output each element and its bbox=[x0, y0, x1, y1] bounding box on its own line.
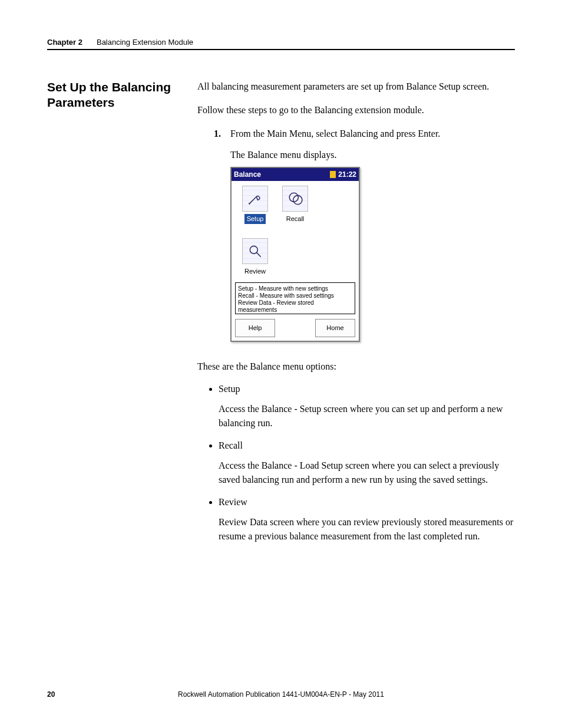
step-1: 1. From the Main Menu, select Balancing … bbox=[214, 127, 515, 141]
device-icon-setup[interactable]: Setup bbox=[235, 186, 275, 230]
options-list: Setup Access the Balance - Setup screen … bbox=[219, 382, 515, 543]
setup-icon bbox=[242, 186, 268, 212]
status-line: Recall - Measure with saved settings bbox=[238, 292, 352, 299]
help-button[interactable]: Help bbox=[235, 319, 275, 337]
option-name: Review bbox=[219, 495, 515, 509]
device-title-text: Balance bbox=[234, 169, 261, 180]
intro-para-2: Follow these steps to go to the Balancin… bbox=[197, 103, 515, 117]
device-icon-label: Recall bbox=[286, 215, 305, 222]
status-line: Setup - Measure with new settings bbox=[238, 285, 352, 292]
option-name: Recall bbox=[219, 439, 515, 453]
option-desc: Access the Balance - Setup screen where … bbox=[219, 402, 515, 430]
list-item: Recall Access the Balance - Load Setup s… bbox=[219, 439, 515, 487]
publication-line: Rockwell Automation Publication 1441-UM0… bbox=[82, 690, 480, 699]
option-name: Setup bbox=[219, 382, 515, 396]
list-item: Review Review Data screen where you can … bbox=[219, 495, 515, 543]
option-desc: Review Data screen where you can review … bbox=[219, 515, 515, 543]
device-clock: 21:22 bbox=[330, 169, 356, 180]
chapter-title: Balancing Extension Module bbox=[97, 38, 193, 47]
running-header: Chapter 2 Balancing Extension Module bbox=[47, 38, 515, 47]
device-status-panel: Setup - Measure with new settings Recall… bbox=[235, 282, 355, 314]
page-number: 20 bbox=[47, 690, 82, 699]
device-icon-review[interactable]: Review bbox=[235, 238, 275, 282]
device-titlebar: Balance 21:22 bbox=[232, 168, 359, 181]
list-item: Setup Access the Balance - Setup screen … bbox=[219, 382, 515, 430]
options-intro: These are the Balance menu options: bbox=[197, 360, 515, 374]
option-desc: Access the Balance - Load Setup screen w… bbox=[219, 459, 515, 487]
home-button[interactable]: Home bbox=[315, 319, 355, 337]
device-icon-label: Setup bbox=[244, 214, 266, 224]
device-icon-recall[interactable]: Recall bbox=[275, 186, 315, 230]
device-icon-grid: Setup Recall Review bbox=[232, 181, 359, 282]
chapter-label: Chapter 2 bbox=[47, 38, 82, 47]
recall-icon bbox=[282, 186, 308, 212]
status-line: Review Data - Review stored measurements bbox=[238, 299, 352, 314]
review-icon bbox=[242, 238, 268, 264]
body-copy: All balancing measurement parameters are… bbox=[197, 80, 515, 552]
intro-para-1: All balancing measurement parameters are… bbox=[197, 80, 515, 94]
header-rule bbox=[47, 49, 515, 50]
balance-menu-figure: Balance 21:22 Setup Recall bbox=[230, 167, 360, 342]
step-number: 1. bbox=[214, 127, 230, 141]
step-text: From the Main Menu, select Balancing and… bbox=[230, 127, 515, 141]
page-footer: 20 Rockwell Automation Publication 1441-… bbox=[47, 690, 515, 699]
device-icon-label: Review bbox=[244, 268, 266, 275]
device-button-bar: Help Home bbox=[232, 314, 359, 341]
section-heading: Set Up the Balancing Parameters bbox=[47, 80, 197, 111]
step-result: The Balance menu displays. bbox=[230, 148, 515, 162]
